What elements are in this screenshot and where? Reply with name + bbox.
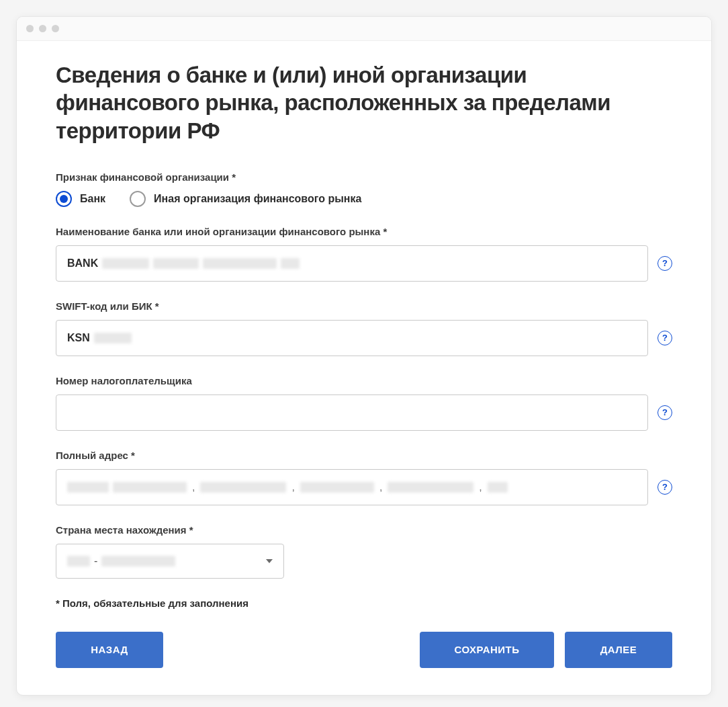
help-icon[interactable]: ? [657,480,672,495]
redacted-text [203,258,277,269]
button-row: НАЗАД СОХРАНИТЬ ДАЛЕЕ [56,632,672,668]
help-icon[interactable]: ? [657,405,672,420]
swift-label: SWIFT-код или БИК * [56,300,672,312]
swift-input[interactable]: KSN [56,320,648,356]
field-address: Полный адрес * , , , , ? [56,450,672,505]
redacted-text [67,482,109,493]
country-label: Страна места нахождения * [56,524,672,536]
address-input[interactable]: , , , , [56,469,648,505]
country-separator: - [94,555,97,567]
redacted-text [94,333,132,343]
taxpayer-label: Номер налогоплательщика [56,375,672,386]
radio-other-label: Иная организация финансового рынка [154,193,361,205]
radio-bank[interactable]: Банк [56,191,105,207]
page-title: Сведения о банке и (или) иной организаци… [56,61,672,144]
redacted-text [281,258,300,269]
next-button[interactable]: ДАЛЕЕ [565,632,672,668]
field-taxpayer: Номер налогоплательщика ? [56,375,672,431]
redacted-text [101,556,175,567]
bank-name-input[interactable]: BANK [56,245,648,282]
chevron-down-icon [266,559,273,563]
spacer [174,632,409,668]
browser-window: Сведения о банке и (или) иной организаци… [16,16,712,696]
swift-value-prefix: KSN [67,332,90,344]
back-button[interactable]: НАЗАД [56,632,163,668]
org-type-radio-group: Банк Иная организация финансового рынка [56,191,672,207]
window-maximize-dot[interactable] [52,25,59,32]
window-close-dot[interactable] [26,25,34,32]
bank-name-value-prefix: BANK [67,257,98,269]
country-select[interactable]: - [56,544,284,579]
redacted-text [67,556,90,567]
help-icon[interactable]: ? [657,331,672,345]
address-label: Полный адрес * [56,450,672,461]
redacted-text [388,482,473,493]
radio-icon-checked [56,191,72,207]
redacted-text [102,258,149,269]
redacted-text [113,482,187,493]
window-titlebar [17,17,711,41]
form-page: Сведения о банке и (или) иной организаци… [17,41,711,695]
save-button[interactable]: СОХРАНИТЬ [420,632,554,668]
field-bank-name: Наименование банка или иной организации … [56,226,672,282]
bank-name-label: Наименование банка или иной организации … [56,226,672,237]
redacted-text [200,482,286,493]
help-icon[interactable]: ? [657,256,672,271]
taxpayer-input[interactable] [56,394,648,431]
field-country: Страна места нахождения * - [56,524,672,579]
radio-other-org[interactable]: Иная организация финансового рынка [130,191,361,207]
org-type-label: Признак финансовой организации * [56,171,672,183]
radio-icon-unchecked [130,191,146,207]
redacted-text [300,482,374,493]
redacted-text [153,258,199,269]
radio-bank-label: Банк [80,193,105,205]
required-footnote: * Поля, обязательные для заполнения [56,597,672,609]
window-minimize-dot[interactable] [39,25,46,32]
field-swift: SWIFT-код или БИК * KSN ? [56,300,672,356]
redacted-text [488,482,508,493]
field-org-type: Признак финансовой организации * Банк Ин… [56,171,672,207]
